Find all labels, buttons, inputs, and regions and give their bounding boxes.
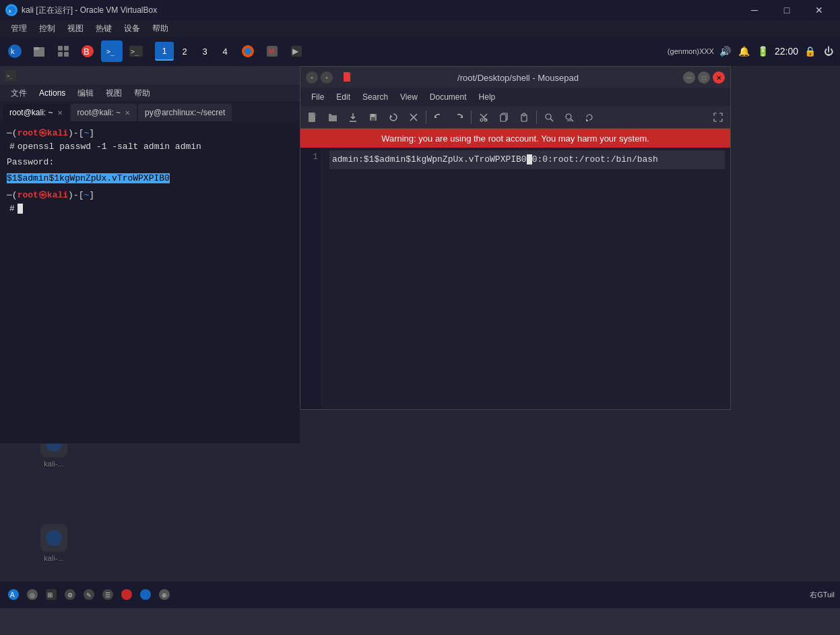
- battery-icon[interactable]: 🔋: [756, 44, 771, 59]
- panel-burpsuite-icon[interactable]: B: [77, 40, 98, 62]
- minimize-button[interactable]: ─: [739, 0, 770, 20]
- tray-icon-1[interactable]: A: [5, 586, 22, 603]
- term-menu-actions[interactable]: Actions: [34, 87, 71, 99]
- svg-text:◎: ◎: [30, 592, 35, 599]
- svg-rect-5: [34, 47, 39, 50]
- sys-menu-manage[interactable]: 管理: [5, 22, 32, 36]
- mousepad-close-btn[interactable]: ✕: [713, 71, 725, 84]
- workspace-4[interactable]: 4: [216, 42, 234, 61]
- mousepad-titlebar: • • /root/Desktop/shell - Mousepad ─ □ ✕: [300, 67, 730, 88]
- bottom-taskbar: A ◎ ⊞ ⚙ ✎ ☰ ⊕ 右GTuil: [0, 581, 840, 608]
- svg-rect-34: [371, 117, 375, 121]
- term-menu-view[interactable]: 视图: [100, 86, 127, 100]
- mp-undo-btn[interactable]: [429, 108, 448, 127]
- mp-menu-help[interactable]: Help: [474, 91, 501, 103]
- mp-open-btn[interactable]: [323, 108, 342, 127]
- sound-icon[interactable]: 🔊: [718, 44, 733, 59]
- mousepad-minimize-btn[interactable]: ─: [683, 71, 695, 84]
- mp-menu-edit[interactable]: Edit: [331, 91, 356, 103]
- tray-icon-3[interactable]: ⊞: [43, 586, 59, 603]
- terminal-tab-1[interactable]: root@kali: ~ ✕: [3, 104, 69, 121]
- tray-icon-7[interactable]: [119, 586, 135, 603]
- panel-mousepad-icon[interactable]: M: [261, 40, 283, 62]
- mousepad-left-ctrl-2[interactable]: •: [321, 71, 333, 84]
- mp-reload-btn[interactable]: [384, 108, 403, 127]
- mp-menu-view[interactable]: View: [395, 91, 423, 103]
- lock-icon[interactable]: 🔒: [802, 44, 817, 59]
- mp-find-btn[interactable]: [540, 108, 558, 127]
- tray-icon-6[interactable]: ☰: [100, 586, 116, 603]
- term-menu-edit[interactable]: 编辑: [72, 86, 99, 100]
- window-title-text: kali [正在运行] - Oracle VM VirtualBox: [22, 5, 157, 16]
- mp-menu-search[interactable]: Search: [357, 91, 393, 103]
- panel-terminal2-icon[interactable]: >_: [125, 40, 147, 62]
- panel-kali-icon[interactable]: k: [4, 40, 26, 62]
- mp-copy-btn[interactable]: [494, 108, 513, 127]
- mp-menu-document[interactable]: Document: [424, 91, 472, 103]
- mp-close-doc-btn[interactable]: [404, 108, 423, 127]
- mp-replace-btn[interactable]: [580, 108, 599, 127]
- terminal-tab-3-label: py@archlinux:~/secret: [145, 108, 225, 117]
- terminal-tab-3[interactable]: py@archlinux:~/secret: [138, 104, 232, 121]
- mp-save-down-btn[interactable]: [344, 108, 362, 127]
- close-button[interactable]: ✕: [804, 0, 835, 20]
- terminal-tab-2-close[interactable]: ✕: [125, 109, 130, 117]
- svg-text:▶: ▶: [292, 47, 299, 56]
- mp-toolbar-sep-3: [536, 111, 537, 124]
- tray-icon-5[interactable]: ✎: [81, 586, 97, 603]
- tray-icon-4[interactable]: ⚙: [62, 586, 78, 603]
- panel-misc-icon[interactable]: ▶: [286, 40, 307, 62]
- panel-terminal-icon[interactable]: >_: [101, 40, 123, 62]
- main-desktop: kali-... kali-... kali-... kali-... >_ 文…: [0, 66, 840, 608]
- maximize-button[interactable]: □: [771, 0, 802, 20]
- desktop-icon-4[interactable]: kali-...: [40, 524, 67, 562]
- mp-save-btn[interactable]: [364, 108, 383, 127]
- mousepad-right-controls: ─ □ ✕: [683, 71, 725, 84]
- terminal-content[interactable]: ─ ( root㉿kali ) - [ ~ ] # openssl passwd…: [0, 121, 300, 444]
- mousepad-maximize-btn[interactable]: □: [698, 71, 710, 84]
- term-line-3: Password:: [7, 156, 293, 169]
- terminal-menubar: 文件 Actions 编辑 视图 帮助: [0, 85, 300, 101]
- sys-menu-control[interactable]: 控制: [34, 22, 61, 36]
- terminal-tab-1-label: root@kali: ~: [9, 108, 53, 117]
- mp-fullscreen-btn[interactable]: [709, 108, 728, 127]
- svg-rect-7: [64, 46, 69, 51]
- workspace-1[interactable]: 1: [155, 42, 174, 61]
- svg-text:⊕: ⊕: [162, 592, 167, 599]
- tray-icon-2[interactable]: ◎: [24, 586, 40, 603]
- term-hash-output: $1$admin$1kgWpnZpUx.vTroWPXPIB0: [7, 173, 170, 183]
- panel-manager-icon[interactable]: [53, 40, 74, 62]
- mousepad-title-text: /root/Desktop/shell - Mousepad: [357, 73, 679, 83]
- mp-paste-btn[interactable]: [515, 108, 534, 127]
- notification-icon[interactable]: 🔔: [737, 44, 752, 59]
- panel-files-icon[interactable]: [28, 40, 50, 62]
- mousepad-content-area[interactable]: 1 admin:$1$admin$1kgWpnZpUx.vTroWPXPIB00…: [300, 148, 730, 409]
- svg-rect-9: [64, 52, 69, 57]
- term-menu-help[interactable]: 帮助: [129, 86, 156, 100]
- mp-new-btn[interactable]: [303, 108, 322, 127]
- terminal-tab-1-close[interactable]: ✕: [57, 109, 63, 117]
- svg-point-68: [140, 589, 151, 600]
- prompt-user-2: root㉿kali: [18, 189, 68, 202]
- term-menu-file[interactable]: 文件: [5, 86, 32, 100]
- svg-line-50: [550, 119, 553, 121]
- mousepad-left-ctrl-1[interactable]: •: [306, 71, 318, 84]
- workspace-2[interactable]: 2: [175, 42, 194, 61]
- mp-menu-file[interactable]: File: [306, 91, 329, 103]
- workspace-3[interactable]: 3: [195, 42, 214, 61]
- mousepad-text-line-1[interactable]: admin:$1$admin$1kgWpnZpUx.vTroWPXPIB00:0…: [329, 150, 725, 169]
- mp-cut-btn[interactable]: [474, 108, 493, 127]
- tray-icon-9[interactable]: ⊕: [156, 586, 172, 603]
- sys-menu-view[interactable]: 视图: [62, 22, 89, 36]
- tray-icon-8[interactable]: [137, 586, 154, 603]
- sys-menu-hotkey[interactable]: 热键: [90, 22, 117, 36]
- sys-menu-device[interactable]: 设备: [119, 22, 146, 36]
- mp-redo-btn[interactable]: [449, 108, 468, 127]
- mousepad-toolbar: [300, 106, 730, 129]
- panel-firefox-icon[interactable]: [237, 40, 259, 62]
- sys-menu-help[interactable]: 帮助: [147, 22, 174, 36]
- power-icon[interactable]: ⏻: [821, 44, 836, 59]
- mp-find2-btn[interactable]: [560, 108, 579, 127]
- mp-toolbar-sep-1: [426, 111, 426, 124]
- terminal-tab-2[interactable]: root@kali: ~ ✕: [71, 104, 137, 121]
